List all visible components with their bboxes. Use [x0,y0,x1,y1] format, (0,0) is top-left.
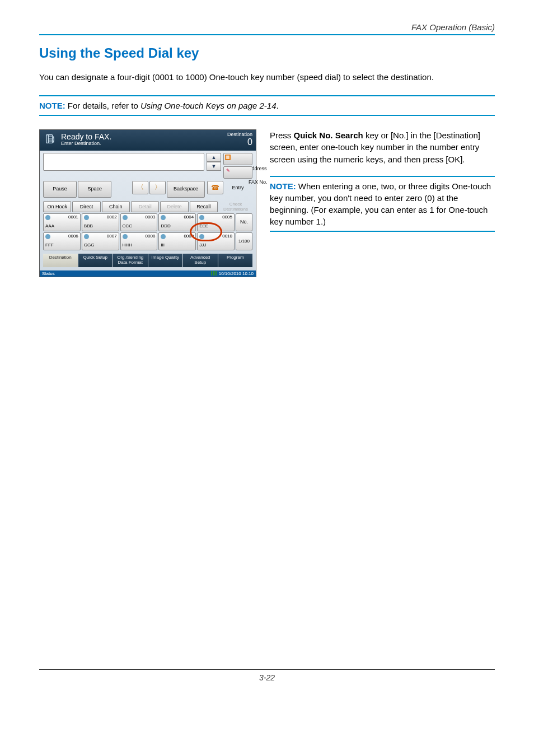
onhook-tab[interactable]: On Hook [43,201,71,212]
chain-tab[interactable]: Chain [102,201,130,212]
onetouch-icon [161,215,166,220]
space-button[interactable]: Space [78,181,111,198]
onetouch-icon [123,215,128,220]
recall-tab[interactable]: Recall [190,201,218,212]
note-text: For details, refer to [65,101,140,110]
onetouch-key-0008[interactable]: 0008HHH [120,232,158,250]
tab-advanced-setup[interactable]: Advanced Setup [183,254,218,267]
scroll-down-button[interactable]: ▼ [207,162,221,171]
backspace-button[interactable]: Backspace [167,181,205,198]
onetouch-icon [199,234,204,239]
scroll-up-button[interactable]: ▲ [207,153,221,162]
tab-image-quality[interactable]: Image Quality [148,254,183,267]
onetouch-icon [161,234,166,239]
note-label: NOTE: [39,101,65,110]
check-destinations-label: Check Destinations [219,201,252,212]
header-rule [39,34,495,35]
cursor-left-button[interactable]: 〈 [132,181,148,194]
note-box-1: NOTE: For details, refer to Using One-to… [39,95,495,116]
dest-count: 0 [227,137,252,147]
page-number: 3-22 [39,669,495,682]
fax-entry-icon: ✎ [225,168,231,174]
note-box-2: NOTE: When entering a one, two, or three… [270,176,495,232]
fax-no-entry-button[interactable]: ✎ FAX No. Entry [223,166,252,179]
destination-input[interactable] [43,153,204,171]
address-book-button[interactable]: ▦ Address Book [223,153,252,165]
note-ref: Using One-touch Keys on page 2-14 [140,101,277,110]
panel-title: Ready to FAX. [61,133,111,141]
dest-label: Destination [227,132,252,137]
panel-subtitle: Enter Destination. [61,141,111,147]
quick-no-search-label: Quick No. Search [294,130,363,140]
dest-count-area: Destination 0 [227,132,252,147]
onetouch-icon [123,234,128,239]
onetouch-key-0004[interactable]: 0004DDD [158,213,196,231]
direct-tab[interactable]: Direct [72,201,100,212]
onetouch-key-0006[interactable]: 0006FFF [43,232,81,250]
instruction-paragraph: Press Quick No. Search key or [No.] in t… [270,129,495,166]
onetouch-key-0009[interactable]: 0009III [158,232,196,250]
page-indicator: 1/100 [236,232,252,250]
onetouch-key-0003[interactable]: 0003CCC [120,213,158,231]
status-datetime: 10/10/2010 10:10 [219,271,254,276]
panel-header: Ready to FAX. Enter Destination. Destina… [40,130,256,151]
note-tail: . [277,101,279,110]
tab-org-sending[interactable]: Org./Sending Data Format [113,254,148,267]
onetouch-icon [84,215,89,220]
speed-dial-grid: 0001AAA 0002BBB 0003CCC 0004DDD 0005EEE … [43,213,252,250]
page-header: FAX Operation (Basic) [39,22,495,32]
address-book-icon: ▦ [225,155,231,160]
note-label-2: NOTE: [270,181,296,191]
onetouch-icon [84,234,89,239]
phone-icon: ☎ [211,184,219,192]
onetouch-key-0002[interactable]: 0002BBB [82,213,119,231]
status-label: Status [42,271,55,276]
onetouch-icon [45,234,50,239]
section-heading: Using the Speed Dial key [39,45,495,61]
tab-quick-setup[interactable]: Quick Setup [78,254,113,267]
onetouch-icon [199,215,204,220]
pause-button[interactable]: Pause [43,181,77,198]
onetouch-key-0001[interactable]: 0001AAA [43,213,81,231]
tab-destination[interactable]: Destination [43,254,78,267]
onetouch-key-0007[interactable]: 0007GGG [82,232,119,250]
cursor-right-button[interactable]: 〉 [149,181,166,194]
detail-tab[interactable]: Detail [131,201,159,212]
memory-icon [211,271,217,276]
onetouch-key-0010[interactable]: 0010JJJ [197,232,235,250]
on-hook-icon-button[interactable]: ☎ [207,181,223,194]
onetouch-icon [45,215,50,220]
tab-program[interactable]: Program [218,254,253,267]
no-button[interactable]: No. [236,213,252,231]
fax-icon [43,132,58,147]
onetouch-key-0005[interactable]: 0005EEE [197,213,235,231]
intro-paragraph: You can designate a four-digit (0001 to … [39,71,495,84]
touch-panel-screenshot: Ready to FAX. Enter Destination. Destina… [39,129,256,277]
note-text-2: When entering a one, two, or three digit… [270,181,491,226]
status-bar: Status 10/10/2010 10:10 [40,270,256,277]
bottom-tab-bar: Destination Quick Setup Org./Sending Dat… [43,254,252,267]
delete-tab[interactable]: Delete [160,201,188,212]
